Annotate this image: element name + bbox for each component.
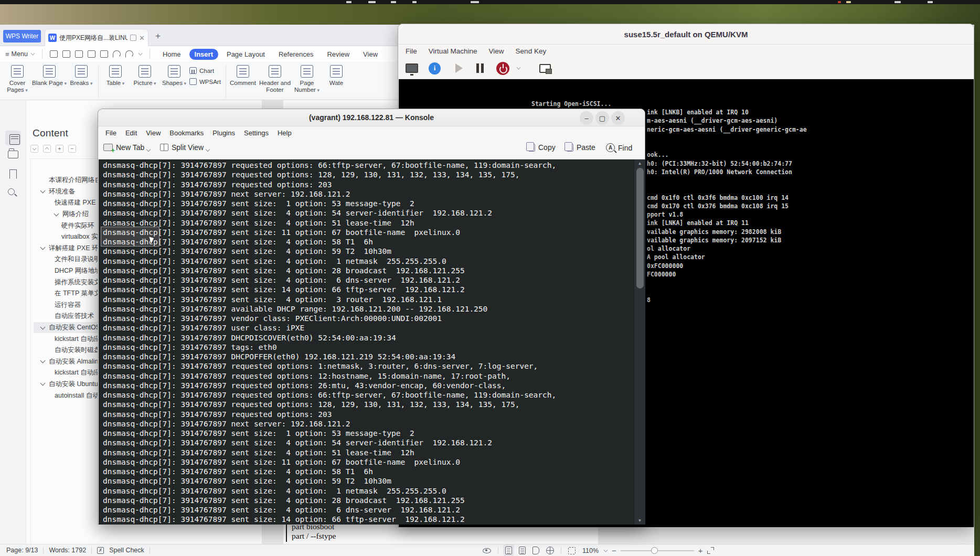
zoom-level[interactable]: 110%: [582, 547, 599, 554]
tray-icon-yellow[interactable]: [846, 1, 851, 3]
find-button[interactable]: Find: [606, 143, 632, 152]
collapse-all-button[interactable]: [30, 145, 38, 153]
main-menu-button[interactable]: ≡ Menu: [0, 50, 39, 58]
run-vm-icon[interactable]: [455, 63, 463, 73]
scroll-up-icon[interactable]: ▲: [634, 161, 645, 166]
zoom-in-outline-button[interactable]: +: [56, 145, 63, 153]
split-view-button[interactable]: Split View: [160, 143, 209, 152]
shutdown-vm-icon[interactable]: [496, 62, 509, 75]
ribbon-button-shapes[interactable]: Shapes ▾: [160, 64, 188, 87]
minimize-button[interactable]: –: [580, 111, 593, 125]
ribbon-tab-home[interactable]: Home: [157, 49, 186, 60]
new-tab-button[interactable]: New Tab: [103, 143, 150, 152]
redo-icon[interactable]: [125, 50, 133, 58]
chevron-down-icon: [30, 51, 35, 56]
wps-status-bar: Page: 9/13 Words: 1792 ✗ Spell Check 110…: [0, 544, 974, 556]
split-view-icon: [160, 144, 168, 151]
ribbon-button-cover-pages[interactable]: CoverPages ▾: [3, 64, 31, 94]
close-button[interactable]: ✕: [611, 111, 625, 125]
tab-close-icon[interactable]: ✕: [139, 34, 145, 42]
console-view-icon[interactable]: [406, 63, 418, 73]
zoom-slider-knob[interactable]: [651, 547, 658, 554]
terminal-scrollbar[interactable]: ▲ ▼: [634, 159, 645, 525]
eye-protection-icon[interactable]: [483, 548, 491, 553]
paste-button[interactable]: Paste: [567, 143, 595, 152]
pause-vm-icon[interactable]: [476, 63, 484, 73]
scrollbar-thumb[interactable]: [636, 168, 644, 288]
ribbon-button-wpsart[interactable]: WPSArt: [189, 78, 223, 85]
tab-pin-icon[interactable]: [130, 35, 136, 41]
terminal-viewport[interactable]: dnsmasq-dhcp[7]: 3914767897 requested op…: [99, 159, 634, 525]
qemu-menu-view[interactable]: View: [489, 47, 504, 55]
ribbon-button-picture[interactable]: Picture ▾: [131, 64, 159, 87]
print-layout-view-icon[interactable]: [505, 547, 512, 554]
zoom-slider[interactable]: [621, 550, 694, 551]
ribbon-button-table[interactable]: Table ▾: [101, 64, 130, 87]
ribbon-button-wate[interactable]: Wate: [322, 64, 350, 87]
fullscreen-icon[interactable]: [707, 547, 714, 554]
ribbon-button-chart[interactable]: Chart: [189, 67, 223, 74]
shutdown-menu-chevron-icon[interactable]: [517, 66, 521, 70]
bookmark-icon[interactable]: [9, 169, 17, 179]
qemu-menu-file[interactable]: File: [406, 47, 417, 55]
scroll-down-icon[interactable]: ▼: [634, 518, 645, 523]
search-icon[interactable]: [8, 188, 15, 195]
expand-all-button[interactable]: [43, 145, 51, 153]
new-tab-button[interactable]: +: [155, 31, 161, 41]
outline-view-icon[interactable]: [519, 547, 526, 554]
preview-icon[interactable]: [100, 50, 108, 58]
konsole-menu-plugins[interactable]: Plugins: [212, 129, 235, 137]
ribbon-button-comment[interactable]: Comment: [229, 64, 257, 87]
tray-icon-red[interactable]: [838, 1, 841, 3]
ribbon-button-breaks[interactable]: Breaks ▾: [67, 64, 95, 87]
konsole-menu-help[interactable]: Help: [278, 129, 292, 137]
open-icon[interactable]: [50, 50, 58, 58]
fit-page-icon[interactable]: [568, 547, 576, 554]
qemu-menu-virtual-machine[interactable]: Virtual Machine: [429, 47, 477, 55]
tree-item-label: kickstart 自动应: [55, 368, 100, 377]
zoom-out-button[interactable]: −: [612, 546, 616, 555]
web-layout-icon[interactable]: [546, 547, 554, 554]
spell-check-label[interactable]: Spell Check: [109, 547, 144, 554]
wps-writer-home-button[interactable]: WPS Writer: [3, 30, 41, 42]
zoom-out-outline-button[interactable]: −: [68, 145, 76, 153]
dropdown-arrow-icon: ▾: [316, 88, 319, 93]
virtual-displays-icon[interactable]: [539, 64, 551, 73]
outline-panel-icon[interactable]: [5, 131, 21, 145]
maximize-button[interactable]: ▢: [595, 111, 609, 125]
qemu-window-title[interactable]: suse15.5r_default on QEMU/KVM: [398, 24, 974, 45]
zoom-in-button[interactable]: +: [698, 546, 703, 555]
toolbar-overflow-icon[interactable]: [138, 51, 142, 56]
konsole-menu-view[interactable]: View: [146, 129, 161, 137]
konsole-title-bar[interactable]: (vagrant) 192.168.122.81 — Konsole: [98, 109, 645, 126]
tree-item-label: 环境准备: [49, 187, 75, 196]
konsole-menu-bookmarks[interactable]: Bookmarks: [169, 129, 204, 137]
blank-page-icon: [43, 65, 56, 78]
ribbon-tab-view[interactable]: View: [358, 49, 383, 60]
konsole-menu-edit[interactable]: Edit: [125, 129, 137, 137]
save-icon[interactable]: [62, 50, 70, 58]
tray-icon[interactable]: [894, 1, 901, 3]
tray-icon[interactable]: [928, 1, 933, 3]
undo-icon[interactable]: [113, 50, 121, 58]
copy-button[interactable]: Copy: [528, 143, 556, 152]
chapter-folder-icon[interactable]: [8, 151, 18, 158]
konsole-menu-settings[interactable]: Settings: [244, 129, 269, 137]
vm-details-icon[interactable]: [429, 62, 441, 74]
read-mode-icon[interactable]: [532, 547, 539, 554]
konsole-menu-file[interactable]: File: [105, 129, 116, 137]
find-icon: [606, 143, 615, 152]
qemu-menu-send-key[interactable]: Send Key: [516, 47, 547, 55]
ribbon-button-label: Chart: [199, 68, 214, 74]
ribbon-tab-references[interactable]: References: [273, 49, 318, 60]
ribbon-button-blank-page[interactable]: Blank Page ▾: [33, 64, 66, 87]
export-icon[interactable]: [75, 50, 83, 58]
ribbon-button-header-and-footer[interactable]: Header andFooter: [258, 64, 292, 93]
document-tab[interactable]: 使用PXE网络自...装LINUX系统 ✕: [45, 29, 148, 46]
ribbon-button-page-number[interactable]: PageNumber ▾: [293, 64, 321, 94]
ribbon-tab-insert[interactable]: Insert: [189, 49, 218, 60]
ribbon-tab-page-layout[interactable]: Page Layout: [221, 49, 270, 60]
zoom-dropdown-icon[interactable]: [604, 548, 608, 552]
ribbon-tab-review[interactable]: Review: [322, 49, 355, 60]
print-icon[interactable]: [88, 50, 95, 58]
